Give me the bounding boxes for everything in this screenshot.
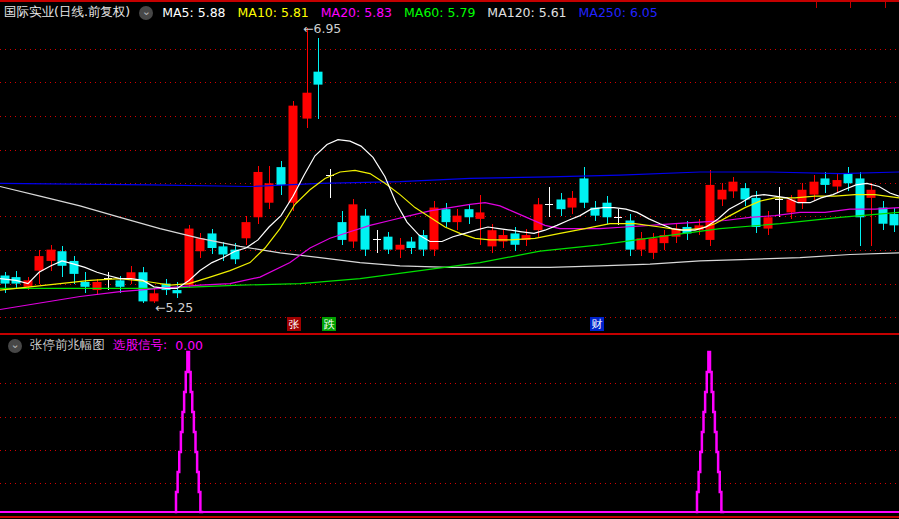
signal-spike xyxy=(697,352,723,512)
event-badge: 跌 xyxy=(322,317,336,331)
ma-label-ma20: MA20: 5.83 xyxy=(321,5,392,20)
left-arrow-icon: ← xyxy=(155,300,165,315)
stock-title: 国际实业(日线.前复权) xyxy=(4,4,130,21)
event-badge: 张 xyxy=(287,317,301,331)
main-chart-header: 国际实业(日线.前复权) ⌄ MA5: 5.88MA10: 5.81MA20: … xyxy=(4,4,658,21)
ma-label-ma60: MA60: 5.79 xyxy=(404,5,475,20)
left-arrow-icon: ← xyxy=(303,21,313,36)
ma-legend: MA5: 5.88MA10: 5.81MA20: 5.83MA60: 5.79M… xyxy=(162,5,658,20)
ma-line-ma10 xyxy=(0,170,899,290)
low-price-label: ←5.25 xyxy=(155,300,193,315)
signal-label: 选股信号: xyxy=(113,337,167,354)
ma-label-ma10: MA10: 5.81 xyxy=(238,5,309,20)
chevron-down-icon[interactable]: ⌄ xyxy=(139,6,153,20)
signal-value: 0.00 xyxy=(175,338,203,353)
indicator-name: 张停前兆幅图 xyxy=(30,337,105,354)
indicator-panel-header: ⌄ 张停前兆幅图 选股信号: 0.00 xyxy=(8,337,203,354)
ma-label-ma120: MA120: 5.61 xyxy=(487,5,566,20)
ma-label-ma5: MA5: 5.88 xyxy=(162,5,225,20)
event-badge: 财 xyxy=(590,317,604,331)
stock-chart-window: 国际实业(日线.前复权) ⌄ MA5: 5.88MA10: 5.81MA20: … xyxy=(0,0,899,519)
ma-line-ma250 xyxy=(0,172,899,187)
signal-spike xyxy=(176,352,202,512)
high-price-label: ←6.95 xyxy=(303,21,341,36)
chart-canvas[interactable] xyxy=(0,0,899,519)
chevron-down-icon[interactable]: ⌄ xyxy=(8,339,22,353)
ma-label-ma250: MA250: 6.05 xyxy=(579,5,658,20)
